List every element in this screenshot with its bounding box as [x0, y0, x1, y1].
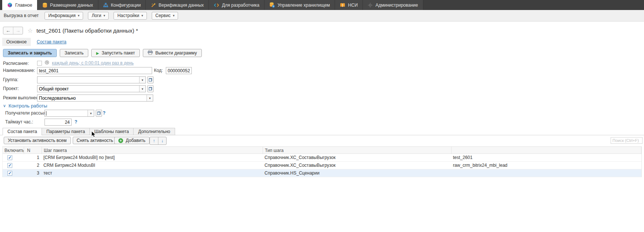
forward-button[interactable]: →	[13, 27, 23, 34]
project-input[interactable]	[37, 86, 139, 92]
back-button[interactable]: ←	[3, 27, 13, 34]
move-down-button[interactable]: ↓	[158, 137, 166, 145]
execution-mode-input[interactable]	[37, 95, 147, 101]
group-input[interactable]	[37, 77, 139, 83]
down-arrow-icon: ↓	[161, 138, 164, 143]
detail-tabs: Состав пакета Параметры пакета Шаблоны п…	[3, 128, 175, 135]
menu-tab-label: Для разработчика	[222, 3, 259, 8]
menu-tab-label: Администрирование	[375, 3, 418, 8]
open-form-icon	[149, 87, 152, 90]
menu-tab-label: Главное	[15, 3, 32, 8]
button-label: Установить активность всем	[8, 138, 67, 143]
menu-tab-nsi[interactable]: НСИ	[335, 0, 363, 10]
activity-buttons-group: Установить активность всем Снять активно…	[4, 137, 129, 144]
code-input[interactable]	[166, 67, 192, 74]
button-label: Добавить	[126, 138, 145, 143]
menu-tab-administration[interactable]: Администрирование	[363, 0, 423, 10]
magic-wand-icon	[151, 3, 156, 8]
row-step-name: CRM Битрикс24 ModusBI	[42, 163, 263, 168]
check-icon: ✓	[8, 155, 12, 160]
dropdown-label: Настройки	[117, 13, 139, 18]
tab-package-contents[interactable]: Состав пакета	[3, 128, 42, 135]
column-header-n[interactable]: N	[24, 147, 42, 154]
chevron-down-icon[interactable]: ▾	[88, 110, 94, 116]
project-open-button[interactable]	[147, 85, 154, 92]
menu-tab-label: НСИ	[348, 3, 358, 8]
row-step-type: Справочник.ХС_СоставыВыгрузок	[263, 155, 451, 160]
dropdown-label: Информация	[48, 13, 75, 18]
recipients-input[interactable]	[45, 110, 88, 116]
column-header-extra[interactable]	[451, 147, 641, 154]
timeout-label: Таймаут час.:	[5, 119, 33, 126]
recipients-combo: ▾	[45, 110, 94, 117]
menu-tab-data-verification[interactable]: Верификация данных	[146, 0, 209, 10]
settings-dropdown[interactable]: Настройки ▾	[114, 12, 147, 20]
form-toolbar: Выгрузка в отчет Информация ▾ Логи ▾ Нас…	[0, 10, 644, 21]
book-icon	[340, 3, 345, 8]
menu-tab-label: Размещение данных	[50, 3, 93, 8]
menu-tab-home[interactable]: Главное	[2, 0, 37, 10]
service-dropdown[interactable]: Сервис ▾	[152, 12, 178, 20]
chevron-down-icon[interactable]: ▾	[139, 77, 145, 83]
row-enabled-checkbox[interactable]: ✓	[7, 155, 12, 160]
save-button[interactable]: Записать	[60, 49, 88, 57]
button-label: Запустить пакет	[102, 50, 135, 56]
recipients-open-button[interactable]	[96, 110, 102, 117]
show-diagram-button[interactable]: Вывести диаграмму	[143, 49, 202, 57]
row-step-name: тест	[42, 170, 263, 176]
search-input[interactable]	[611, 137, 643, 144]
move-up-button[interactable]: ↑	[150, 137, 158, 145]
detail-tabs-strip: Состав пакета Параметры пакета Шаблоны п…	[0, 128, 644, 135]
table-row-selected[interactable]: ✓ 3 тест Справочник.HS_Сценарии	[3, 169, 641, 177]
chevron-down-icon[interactable]: ▾	[139, 86, 145, 92]
column-header-step[interactable]: Шаг пакета	[42, 147, 263, 154]
set-all-active-button[interactable]: Установить активность всем	[4, 137, 71, 144]
menu-tab-configurations[interactable]: Конфигурации	[98, 0, 146, 10]
name-field-wrap	[37, 67, 152, 74]
timeout-input[interactable]	[45, 119, 72, 126]
schedule-link[interactable]: каждый день; с 0:00:01 один раз в день	[52, 60, 134, 66]
timeout-help[interactable]: ?	[75, 119, 77, 126]
column-header-step-type[interactable]: Тип шага	[263, 147, 451, 154]
table-row[interactable]: ✓ 2 CRM Битрикс24 ModusBI Справочник.ХС_…	[3, 162, 641, 169]
menu-tab-storage-management[interactable]: Управление хранилищем	[264, 0, 335, 10]
tab-package-contents-link[interactable]: Состав пакета	[37, 39, 66, 44]
schedule-checkbox[interactable]	[37, 61, 42, 66]
storage-gear-icon	[269, 2, 275, 8]
row-enabled-checkbox[interactable]: ✓	[7, 171, 12, 176]
menu-tab-developer[interactable]: Для разработчика	[209, 0, 264, 10]
chevron-down-icon[interactable]: ▾	[147, 95, 153, 101]
chevron-down-icon: ▾	[173, 14, 175, 17]
menu-tab-label: Верификация данных	[158, 3, 204, 8]
run-package-button[interactable]: ▶ Запустить пакет	[91, 49, 140, 57]
forward-arrow-icon: →	[16, 28, 20, 33]
project-combo: ▾	[37, 85, 146, 92]
check-icon: ✓	[8, 163, 12, 168]
table-row[interactable]: ✓ 1 [CRM Битрикс24 ModusBI] по [test] Сп…	[3, 154, 641, 162]
group-open-button[interactable]	[147, 76, 154, 83]
tab-package-templates[interactable]: Шаблоны пакета	[89, 128, 134, 135]
tab-additional[interactable]: Дополнительно	[133, 128, 175, 135]
logs-dropdown[interactable]: Логи ▾	[88, 12, 109, 20]
chevron-down-icon: ▾	[104, 14, 105, 17]
dropdown-label: Сервис	[155, 13, 171, 18]
schedule-row: каждый день; с 0:00:01 один раз в день	[37, 60, 134, 66]
save-and-close-button[interactable]: Записать и закрыть	[3, 49, 57, 57]
favorite-star-icon[interactable]: ☆	[27, 28, 33, 34]
tab-package-parameters[interactable]: Параметры пакета	[42, 128, 90, 135]
printer-icon	[148, 50, 153, 56]
table-toolbar: Установить активность всем Снять активно…	[0, 137, 644, 145]
row-enabled-checkbox[interactable]: ✓	[7, 163, 12, 168]
execution-mode-combo: ▾	[37, 95, 153, 102]
add-row-button[interactable]: + Добавить	[114, 137, 150, 144]
recipients-help[interactable]: ?	[103, 110, 105, 117]
information-dropdown[interactable]: Информация ▾	[45, 12, 83, 20]
control-section-header[interactable]: ∨ Контроль работы	[3, 103, 47, 109]
tab-label: Шаблоны пакета	[94, 129, 129, 134]
row-number: 2	[24, 163, 42, 168]
column-header-enable[interactable]: Включить	[3, 147, 24, 154]
tab-main[interactable]: Основное	[2, 38, 31, 46]
name-input[interactable]	[37, 67, 152, 74]
menu-tab-data-placement[interactable]: Размещение данных	[37, 0, 98, 10]
menu-tab-label: Управление хранилищем	[277, 3, 330, 8]
